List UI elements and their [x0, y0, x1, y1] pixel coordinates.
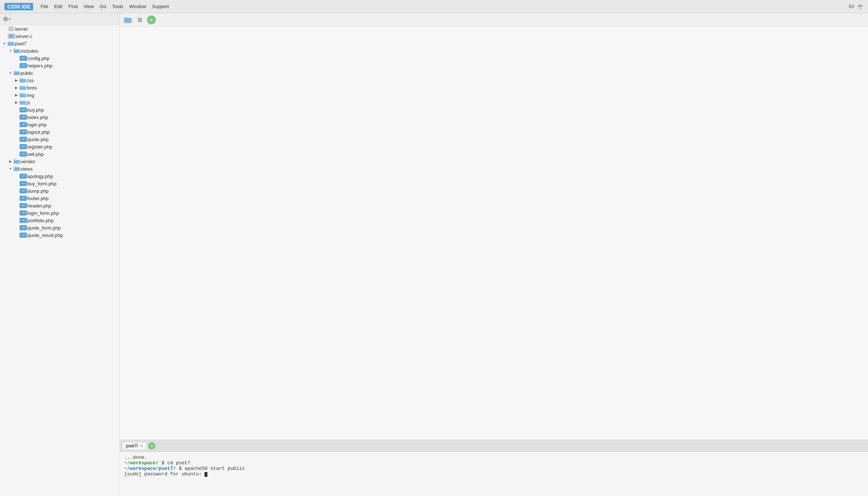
tree-item-login-php[interactable]: ▶<?login.php — [0, 121, 119, 128]
tree-item-config-php[interactable]: ▶<?config.php — [0, 55, 119, 62]
php-icon-login-php: <? — [19, 122, 27, 128]
tree-item-footer-php[interactable]: ▶<?footer.php — [0, 195, 119, 202]
menu-edit[interactable]: Edit — [54, 4, 62, 9]
gear-chevron-icon: ▾ — [9, 17, 11, 21]
tree-item-buy-php[interactable]: ▶<?buy.php — [0, 106, 119, 113]
tree-label-quote-php: quote.php — [27, 137, 49, 142]
tree-item-server-c[interactable]: ▶Cserver.c — [0, 32, 119, 40]
tree-label-quote-result-php: quote_result.php — [27, 233, 63, 238]
tree-item-img[interactable]: ▶ img — [0, 91, 119, 99]
sidebar: ⚙ ▾ ▶ server▶Cserver.c▾ pset7▾ includes▶… — [0, 13, 120, 496]
tree-item-apology-php[interactable]: ▶<?apology.php — [0, 172, 119, 180]
tree-item-sell-php[interactable]: ▶<?sell.php — [0, 150, 119, 158]
php-icon-logout-php: <? — [19, 129, 27, 135]
svg-rect-2 — [8, 41, 10, 43]
tree-label-logout-php: logout.php — [27, 129, 50, 135]
terminal-area: pset7/ × + ...done. ~/workspace/ $ cd ps… — [120, 440, 868, 496]
gear-button[interactable]: ⚙ ▾ — [3, 15, 11, 22]
tree-item-public[interactable]: ▾ public — [0, 69, 119, 77]
tree-item-fonts[interactable]: ▶ fonts — [0, 84, 119, 91]
tree-label-login-form-php: login_form.php — [27, 210, 59, 216]
c-icon-server-c: C — [7, 33, 15, 39]
php-icon-quote-form-php: <? — [19, 225, 27, 231]
tree-item-quote-form-php[interactable]: ▶<?quote_form.php — [0, 224, 119, 231]
tree-label-css: css — [27, 78, 34, 83]
tree-label-pset7: pset7 — [15, 41, 27, 46]
tree-item-buy-form-php[interactable]: ▶<?buy_form.php — [0, 180, 119, 187]
menu-bar: File Edit Find View Go Tools Window Supp… — [41, 4, 169, 9]
tree-item-includes[interactable]: ▾ includes — [0, 47, 119, 55]
tree-item-login-form-php[interactable]: ▶<?login_form.php — [0, 209, 119, 217]
copy-button[interactable]: ⧉ — [135, 15, 144, 24]
tree-arrow-views: ▾ — [7, 166, 13, 172]
terminal-line-4: [sudo] password for ubuntu: — [124, 471, 864, 477]
add-button[interactable]: + — [147, 15, 156, 24]
terminal-line-3: ~/workspace/pset7/ $ apache50 start publ… — [124, 466, 864, 471]
folder-icon-img — [19, 92, 27, 98]
terminal-content[interactable]: ...done. ~/workspace/ $ cd pset7 ~/works… — [120, 452, 868, 496]
php-icon-portfolio-php: <? — [19, 217, 27, 223]
terminal-sudo-prompt: [sudo] password for ubuntu: — [124, 471, 204, 477]
tree-item-vendor[interactable]: ▶ vendor — [0, 158, 119, 165]
folder-icon-css — [19, 77, 27, 83]
terminal-tab-close[interactable]: × — [140, 444, 143, 448]
folder-open-icon — [124, 17, 132, 23]
terminal-cmd-2: $ apache50 start public — [179, 466, 245, 471]
titlebar: CS50 IDE File Edit Find View Go Tools Wi… — [0, 0, 868, 13]
tree-item-dump-php[interactable]: ▶<?dump.php — [0, 187, 119, 195]
menu-window[interactable]: Window — [129, 4, 146, 9]
sidebar-toolbar: ⚙ ▾ — [0, 13, 119, 25]
tree-item-quote-result-php[interactable]: ▶<?quote_result.php — [0, 231, 119, 239]
tree-label-header-php: header.php — [27, 203, 51, 209]
tree-item-server[interactable]: ▶ server — [0, 25, 119, 32]
add-terminal-button[interactable]: + — [148, 442, 155, 450]
menu-tools[interactable]: Tools — [112, 4, 123, 9]
menu-view[interactable]: View — [84, 4, 94, 9]
php-icon-quote-php: <? — [19, 136, 27, 142]
terminal-tabs: pset7/ × + — [120, 440, 868, 452]
tree-label-server: server — [15, 26, 28, 32]
menu-go[interactable]: Go — [100, 4, 106, 9]
tree-item-index-php[interactable]: ▶<?index.php — [0, 113, 119, 121]
svg-rect-8 — [20, 78, 22, 80]
tree-item-helpers-php[interactable]: ▶<?helpers.php — [0, 62, 119, 69]
svg-rect-6 — [14, 71, 16, 72]
php-icon-login-form-php: <? — [19, 210, 27, 216]
tree-item-logout-php[interactable]: ▶<?logout.php — [0, 128, 119, 136]
svg-rect-18 — [14, 167, 16, 168]
tree-item-register-php[interactable]: ▶<?register.php — [0, 143, 119, 150]
tree-arrow-pset7: ▾ — [1, 41, 7, 46]
tree-item-js[interactable]: ▶ js — [0, 99, 119, 106]
php-icon-quote-result-php: <? — [19, 232, 27, 238]
php-icon-footer-php: <? — [19, 195, 27, 201]
tree-label-login-php: login.php — [27, 122, 47, 128]
tree-item-views[interactable]: ▾ views — [0, 165, 119, 172]
terminal-cmd-1: $ cd pset7 — [161, 460, 190, 466]
tree-item-pset7[interactable]: ▾ pset7 — [0, 40, 119, 47]
folder-icon-js — [19, 99, 27, 105]
editor-toolbar: ⧉ + — [120, 13, 868, 27]
tree-arrow-js: ▶ — [13, 99, 19, 105]
tree-item-quote-php[interactable]: ▶<?quote.php — [0, 136, 119, 143]
folder-icon-includes — [13, 48, 21, 54]
app-brand: CS50 IDE — [4, 3, 33, 10]
menu-find[interactable]: Find — [69, 4, 78, 9]
tree-label-dump-php: dump.php — [27, 188, 49, 194]
svg-rect-0 — [8, 27, 14, 31]
folder-icon-public — [13, 70, 21, 76]
main-layout: ⚙ ▾ ▶ server▶Cserver.c▾ pset7▾ includes▶… — [0, 13, 868, 496]
tree-item-css[interactable]: ▶ css — [0, 77, 119, 84]
menu-support[interactable]: Support — [152, 4, 169, 9]
editor-content[interactable] — [120, 27, 868, 440]
tree-item-header-php[interactable]: ▶<?header.php — [0, 202, 119, 209]
terminal-tab-pset7[interactable]: pset7/ × — [122, 442, 147, 450]
terminal-path-2: ~/workspace/pset7/ — [124, 466, 176, 471]
php-icon-dump-php: <? — [19, 188, 27, 194]
terminal-line-1: ...done. — [124, 455, 864, 460]
tree-label-index-php: index.php — [27, 115, 48, 120]
tree-item-portfolio-php[interactable]: ▶<?portfolio.php — [0, 217, 119, 224]
menu-file[interactable]: File — [41, 4, 48, 9]
open-folder-button[interactable] — [123, 16, 132, 24]
folder-icon-views — [13, 166, 21, 172]
svg-rect-20 — [124, 17, 127, 19]
